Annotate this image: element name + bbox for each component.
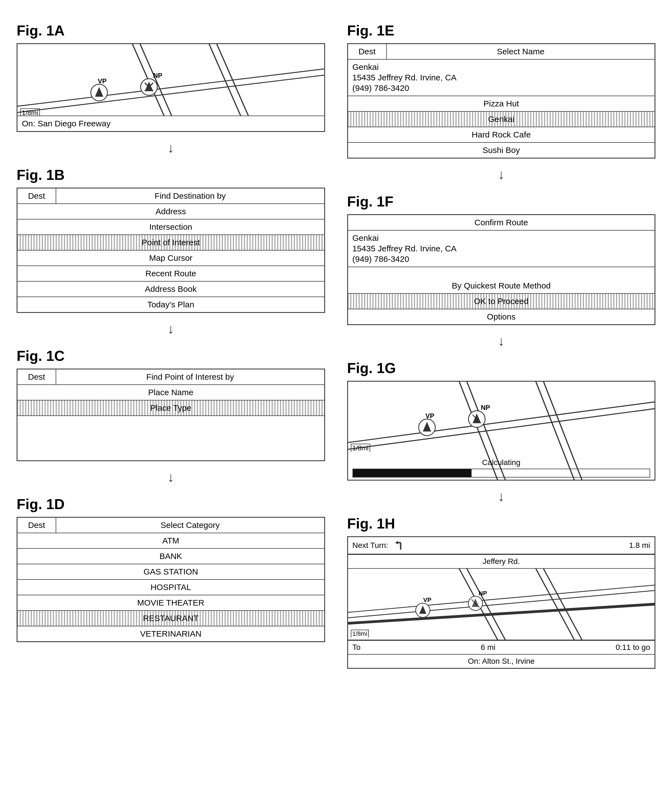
arrow-1g-to-1h: ↓ bbox=[347, 489, 656, 504]
fig-1d-dest: Dest bbox=[18, 518, 56, 533]
fig-1d-header: Dest Select Category bbox=[18, 518, 324, 533]
to-label: To bbox=[352, 643, 361, 652]
list-item[interactable]: Today's Plan bbox=[18, 297, 324, 312]
arrow-1a-to-1b: ↓ bbox=[17, 140, 325, 156]
on-street-bar: On: Alton St., Irvine bbox=[348, 654, 655, 668]
svg-line-1 bbox=[18, 75, 324, 112]
fig-1e-title: Select Name bbox=[387, 44, 655, 59]
list-item[interactable]: VETERINARIAN bbox=[18, 626, 324, 641]
to-distance: 6 mi bbox=[481, 643, 495, 652]
list-item[interactable]: Genkai bbox=[348, 112, 655, 127]
fig-1d-label: Fig. 1D bbox=[17, 496, 325, 512]
np-label: NP bbox=[481, 404, 490, 412]
fig-1h-label: Fig. 1H bbox=[347, 515, 656, 532]
arrow-1e-to-1f: ↓ bbox=[347, 167, 656, 182]
vp-label: VP bbox=[426, 412, 434, 420]
fig-1c-title: Find Point of Interest by bbox=[56, 369, 324, 384]
fig-1g-section: Fig. 1G VP bbox=[347, 360, 656, 481]
list-item[interactable]: Address Book bbox=[18, 282, 324, 297]
calculating-text: Calculating bbox=[352, 458, 650, 467]
vp-label: VP bbox=[98, 77, 107, 85]
poi-address: 15435 Jeffrey Rd. Irvine, CA bbox=[352, 244, 457, 253]
progress-bar bbox=[352, 468, 650, 478]
list-item[interactable]: Point of Interest bbox=[18, 235, 324, 250]
arrow-1b-to-1c: ↓ bbox=[17, 321, 325, 337]
fig-1a-map: VP NP 1/8mi On: San Diego Freeway bbox=[17, 43, 325, 132]
fig-1h-nav: Next Turn: 1.8 mi Jeffery Rd. bbox=[347, 536, 656, 669]
list-item[interactable]: Hard Rock Cafe bbox=[348, 127, 655, 143]
address-phone: (949) 786-3420 bbox=[348, 253, 655, 267]
list-item[interactable]: Address bbox=[18, 204, 324, 220]
fig-1a-label: Fig. 1A bbox=[17, 22, 325, 39]
fig-1e-screen: Dest Select Name Genkai 15435 Jeffrey Rd… bbox=[347, 43, 656, 159]
poi-address: 15435 Jeffrey Rd. Irvine, CA bbox=[352, 73, 457, 82]
fig-1c-dest: Dest bbox=[18, 369, 56, 384]
list-item[interactable]: GAS STATION bbox=[18, 564, 324, 580]
ok-proceed-button[interactable]: OK to Proceed bbox=[348, 294, 655, 309]
scale-label: 1/8mi bbox=[351, 444, 370, 452]
fig-1b-header: Dest Find Destination by bbox=[18, 188, 324, 204]
vp-label: VP bbox=[423, 597, 431, 603]
fig-1e-label: Fig. 1E bbox=[347, 22, 656, 39]
address-street: 15435 Jeffrey Rd. Irvine, CA bbox=[348, 72, 655, 82]
list-item[interactable]: Recent Route bbox=[18, 266, 324, 282]
fig-1d-title: Select Category bbox=[56, 518, 324, 533]
poi-name: Genkai bbox=[352, 233, 379, 243]
list-item[interactable]: HOSPITAL bbox=[18, 580, 324, 595]
fig-1d-section: Fig. 1D Dest Select Category ATM BANK GA… bbox=[17, 496, 325, 642]
poi-phone: (949) 786-3420 bbox=[352, 254, 409, 264]
list-item[interactable]: RESTAURANT bbox=[18, 611, 324, 626]
list-item[interactable]: Place Type bbox=[18, 401, 324, 416]
fig-1d-screen: Dest Select Category ATM BANK GAS STATIO… bbox=[17, 517, 325, 642]
fig-1b-dest: Dest bbox=[18, 188, 56, 204]
fig-1b-title: Find Destination by bbox=[56, 188, 324, 204]
list-item[interactable]: Pizza Hut bbox=[348, 96, 655, 112]
next-turn-label: Next Turn: bbox=[352, 541, 388, 550]
svg-line-28 bbox=[536, 569, 574, 640]
address-phone: (949) 786-3420 bbox=[348, 82, 655, 96]
fig-1b-screen: Dest Find Destination by Address Interse… bbox=[17, 188, 325, 313]
np-label: NP bbox=[153, 72, 162, 80]
fig-1g-map: VP NP 1/8mi Calculating bbox=[347, 381, 656, 481]
address-street: 15435 Jeffrey Rd. Irvine, CA bbox=[348, 243, 655, 253]
scale-label: 1/8mi bbox=[351, 630, 369, 637]
progress-fill bbox=[353, 469, 472, 477]
list-item[interactable]: Map Cursor bbox=[18, 250, 324, 266]
address-name: Genkai bbox=[348, 59, 655, 72]
list-item[interactable]: Sushi Boy bbox=[348, 143, 655, 158]
route-method: By Quickest Route Method bbox=[348, 278, 655, 294]
street-name-bar: Jeffery Rd. bbox=[348, 554, 655, 568]
np-icon bbox=[139, 77, 158, 97]
vp-icon bbox=[417, 418, 437, 437]
fig-1c-section: Fig. 1C Dest Find Point of Interest by P… bbox=[17, 348, 325, 461]
fig-1c-header: Dest Find Point of Interest by bbox=[18, 369, 324, 385]
options-button[interactable]: Options bbox=[348, 309, 655, 324]
fig-1a-bottom-bar: On: San Diego Freeway bbox=[18, 116, 324, 131]
poi-name: Genkai bbox=[352, 63, 379, 72]
fig-1f-section: Fig. 1F Confirm Route Genkai 15435 Jeffr… bbox=[347, 193, 656, 325]
fig-1f-screen: Confirm Route Genkai 15435 Jeffrey Rd. I… bbox=[347, 214, 656, 325]
fig-1h-map-area: VP NP 1/8mi bbox=[348, 568, 655, 640]
address-name: Genkai bbox=[348, 231, 655, 243]
np-icon bbox=[467, 409, 486, 429]
svg-line-29 bbox=[544, 569, 582, 640]
list-item[interactable]: ATM bbox=[18, 533, 324, 549]
fig-1e-section: Fig. 1E Dest Select Name Genkai 15435 Je… bbox=[347, 22, 656, 159]
svg-line-0 bbox=[18, 69, 324, 106]
fig-1a-section: Fig. 1A VP bbox=[17, 22, 325, 132]
list-item[interactable]: Place Name bbox=[18, 385, 324, 401]
arrow-1f-to-1g: ↓ bbox=[347, 334, 656, 349]
poi-phone: (949) 786-3420 bbox=[352, 83, 409, 93]
np-label: NP bbox=[479, 590, 487, 597]
fig-1h-section: Fig. 1H Next Turn: 1.8 mi Jeffery Rd. bbox=[347, 515, 656, 669]
fig-1e-header: Dest Select Name bbox=[348, 44, 655, 59]
on-street-label: On: Alton St., Irvine bbox=[468, 657, 534, 666]
list-item[interactable]: Intersection bbox=[18, 220, 324, 235]
fig-1b-label: Fig. 1B bbox=[17, 167, 325, 183]
fig-1g-label: Fig. 1G bbox=[347, 360, 656, 376]
on-street-label: On: San Diego Freeway bbox=[22, 119, 110, 128]
list-item[interactable]: MOVIE THEATER bbox=[18, 595, 324, 611]
list-item[interactable]: BANK bbox=[18, 549, 324, 564]
fig-1c-label: Fig. 1C bbox=[17, 348, 325, 364]
fig-1b-section: Fig. 1B Dest Find Destination by Address… bbox=[17, 167, 325, 313]
